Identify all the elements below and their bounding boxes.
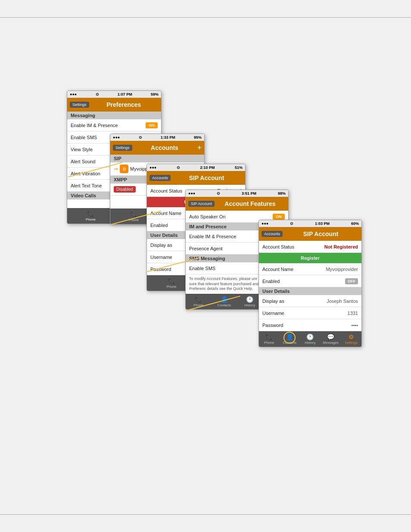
phone-icon-4: 📞 (195, 296, 202, 303)
nav-title-4: Account Features (215, 200, 286, 207)
auto-speaker-toggle[interactable]: ON (273, 214, 285, 220)
tab-history-label-5: History (305, 341, 316, 345)
signal-5: ●●● (262, 221, 268, 226)
nav-title-5: SIP Account (283, 230, 359, 237)
alert-sound-label: Alert Sound (71, 159, 95, 164)
wifi-icon-5: ⊙ (290, 221, 293, 226)
tab-history-5[interactable]: 🕐 History (300, 333, 321, 345)
display-as-row-5[interactable]: Display as Joseph Santos (259, 295, 361, 307)
sip-account-icon: ⚙ (120, 165, 128, 173)
signal-1: ●●● (70, 92, 77, 96)
battery-4: 98% (278, 191, 286, 196)
enable-im-label: Enable IM & Presence (71, 123, 118, 128)
battery-1: 59% (151, 92, 159, 96)
presence-agent-label: Presence Agent (189, 246, 223, 251)
signal-2: ●●● (113, 135, 120, 140)
tab-messages-label-5: Messages (323, 341, 338, 345)
back-button-5[interactable]: Accounts (262, 231, 283, 237)
phone-icon-2: 📞 (130, 211, 137, 218)
enable-sms-label-4: Enable SMS (189, 266, 215, 271)
enable-sms-label: Enable SMS (71, 135, 97, 140)
tab-phone-4[interactable]: 📞 Phone (186, 296, 212, 307)
sip-header: SIP (110, 155, 204, 162)
enabled-row-5: Enabled OFF (259, 275, 361, 287)
back-button-1[interactable]: Settings (70, 102, 89, 108)
password-value-5: •••• (352, 323, 358, 328)
add-account-button[interactable]: + (197, 143, 202, 152)
account-name-row-5[interactable]: Account Name Myvoipprovider (259, 263, 361, 275)
wifi-icon-4: ⊙ (217, 191, 220, 196)
alert-text-tone-label: Alert Text Tone (71, 183, 102, 188)
tab-phone-5[interactable]: 📞 Phone (259, 333, 280, 345)
settings-icon-5: ⚙ (349, 333, 354, 340)
enabled-label-5: Enabled (262, 279, 280, 284)
account-status-label: Account Status (150, 188, 182, 193)
register-button[interactable]: Register (259, 253, 361, 263)
bottom-divider (0, 514, 411, 515)
display-as-label-5: Display as (262, 299, 284, 304)
tab-phone-1[interactable]: 📞 Phone (67, 210, 114, 221)
tab-history-label-4: History (244, 303, 255, 307)
tab-settings-label-5: Settings (345, 341, 358, 345)
username-label-5: Username (262, 311, 284, 316)
tab-contacts-label-4: Contacts (217, 303, 231, 307)
tab-contacts-5[interactable]: 👤 Contacts (280, 333, 300, 345)
nav-title-3: SIP Account (171, 174, 243, 181)
status-bar-5: ●●● ⊙ 1:03 PM 60% (259, 220, 361, 227)
tab-phone-label-3: Phone (166, 285, 176, 289)
phone-icon-1: 📞 (87, 210, 94, 217)
account-status-value-5: Not Registered (324, 244, 358, 249)
account-status-row-5: Account Status Not Registered (259, 241, 361, 253)
user-details-header-5: User Details (259, 287, 361, 295)
battery-5: 60% (351, 221, 359, 226)
time-5: 1:03 PM (315, 221, 330, 226)
username-row-5[interactable]: Username 1331 (259, 307, 361, 319)
battery-2: 95% (194, 135, 202, 140)
history-icon-5: 🕐 (306, 333, 314, 340)
time-1: 1:07 PM (118, 92, 132, 96)
nav-bar-4: SIP Account Account Features (186, 197, 288, 211)
account-status-label-5: Account Status (262, 244, 294, 249)
account-name-value-5: Myvoipprovider (326, 267, 358, 272)
tab-messages-5[interactable]: 💬 Messages (321, 333, 341, 345)
tab-settings-5[interactable]: ⚙ Settings (341, 333, 361, 345)
status-bar-3: ●●● ⊙ 2:10 PM 51% (147, 164, 245, 171)
enabled-label: Enabled (150, 223, 168, 228)
signal-4: ●●● (188, 191, 195, 196)
nav-title-1: Preferences (89, 101, 159, 108)
password-row-5[interactable]: Password •••• (259, 319, 361, 331)
wifi-icon-1: ⊙ (96, 92, 99, 96)
battery-3: 51% (235, 165, 243, 170)
account-name-label-5: Account Name (262, 267, 293, 272)
tab-bar-5: 📞 Phone 👤 Contacts 🕐 History 💬 Messages … (259, 331, 361, 347)
back-button-4[interactable]: SIP Account (188, 201, 215, 207)
time-2: 1:33 PM (161, 135, 175, 140)
top-divider (0, 17, 411, 18)
username-label: Username (150, 255, 172, 260)
nav-bar-2: Settings Accounts + (110, 141, 204, 155)
messages-icon-5: 💬 (327, 333, 334, 340)
sip-arrow-icon: ⇒ (114, 166, 118, 172)
nav-title-2: Accounts (132, 144, 197, 151)
history-icon-4: 🕐 (246, 296, 253, 303)
enable-im-row: Enable IM & Presence ON (67, 119, 161, 131)
phone-icon-3: 📞 (168, 277, 175, 284)
display-as-label: Display as (150, 243, 172, 248)
time-3: 2:10 PM (200, 165, 215, 170)
xmpp-disabled-badge: Disabled (114, 186, 136, 193)
tab-phone-label-5: Phone (264, 341, 274, 345)
signal-3: ●●● (149, 165, 156, 170)
username-value-5: 1331 (348, 311, 358, 316)
enabled-toggle-5[interactable]: OFF (345, 278, 358, 284)
nav-bar-5: Accounts SIP Account (259, 227, 361, 241)
status-bar-4: ●●● ⊙ 3:51 PM 98% (186, 190, 288, 197)
display-as-value-5: Joseph Santos (327, 299, 358, 304)
enable-im-toggle[interactable]: ON (146, 122, 158, 128)
enable-im-presence-label: Enable IM & Presence (189, 234, 236, 239)
back-button-2[interactable]: Settings (113, 145, 132, 151)
wifi-icon-2: ⊙ (139, 135, 142, 140)
back-button-3[interactable]: Accounts (149, 175, 171, 181)
screen-sip-not-registered: ●●● ⊙ 1:03 PM 60% Accounts SIP Account A… (258, 220, 362, 347)
time-4: 3:51 PM (242, 191, 256, 196)
view-style-label: View Style (71, 147, 93, 152)
